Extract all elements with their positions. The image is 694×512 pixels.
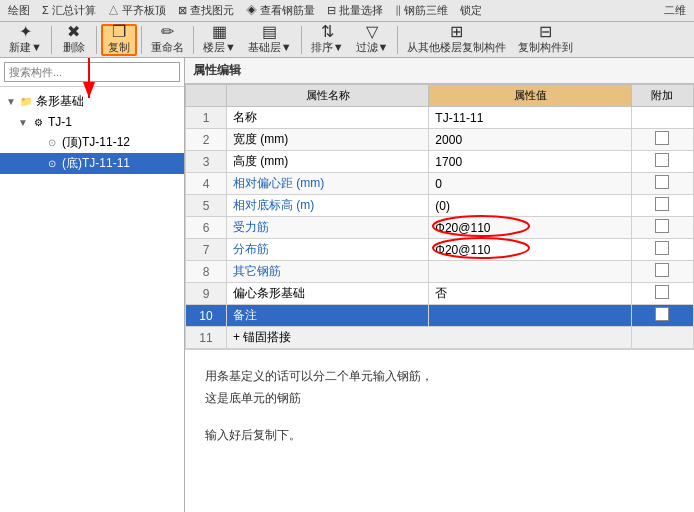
checkbox[interactable] bbox=[655, 241, 669, 255]
row-extra bbox=[631, 217, 693, 239]
row-value[interactable]: 0 bbox=[429, 173, 631, 195]
table-row: 10 备注 bbox=[186, 305, 694, 327]
copy-label: 复制 bbox=[108, 40, 130, 55]
row-extra bbox=[631, 129, 693, 151]
base-layer-icon: ▤ bbox=[262, 24, 277, 40]
separator-3 bbox=[141, 26, 142, 54]
tree-leaf-top[interactable]: ⊙ (顶)TJ-11-12 bbox=[0, 132, 184, 153]
row-num: 7 bbox=[186, 239, 227, 261]
row-value[interactable] bbox=[429, 305, 631, 327]
copy-icon: ❐ bbox=[112, 24, 126, 40]
rebar-value-6: Φ20@110 bbox=[435, 221, 490, 235]
row-num: 10 bbox=[186, 305, 227, 327]
row-name: 相对底标高 (m) bbox=[227, 195, 429, 217]
tree-leaf-top-label: (顶)TJ-11-12 bbox=[62, 134, 130, 151]
col-extra: 附加 bbox=[631, 85, 693, 107]
checkbox[interactable] bbox=[655, 197, 669, 211]
tree-node-tj1[interactable]: ▼ ⚙ TJ-1 bbox=[0, 112, 184, 132]
menu-align[interactable]: △ 平齐板顶 bbox=[104, 2, 170, 19]
row-value[interactable] bbox=[429, 261, 631, 283]
row-name: 备注 bbox=[227, 305, 429, 327]
checkbox[interactable] bbox=[655, 263, 669, 277]
row-num: 3 bbox=[186, 151, 227, 173]
delete-button[interactable]: ✖ 删除 bbox=[56, 24, 92, 56]
menu-batch-select[interactable]: ⊟ 批量选择 bbox=[323, 2, 387, 19]
menu-summary[interactable]: Σ 汇总计算 bbox=[38, 2, 100, 19]
rename-icon: ✏ bbox=[161, 24, 174, 40]
search-input[interactable] bbox=[4, 62, 180, 82]
table-row-expand[interactable]: 11 + 锚固搭接 bbox=[186, 327, 694, 349]
main-toolbar: ✦ 新建▼ ✖ 删除 ❐ 复制 ✏ 重命名 ▦ 楼层▼ ▤ 基础层▼ ⇅ bbox=[0, 22, 694, 58]
row-name: 偏心条形基础 bbox=[227, 283, 429, 305]
table-row: 2 宽度 (mm) 2000 bbox=[186, 129, 694, 151]
bottom-text-line2: 这是底单元的钢筋 bbox=[205, 388, 674, 410]
table-row: 9 偏心条形基础 否 bbox=[186, 283, 694, 305]
top-toolbar: 绘图 Σ 汇总计算 △ 平齐板顶 ⊠ 查找图元 ◈ 查看钢筋量 ⊟ 批量选择 ∥… bbox=[0, 0, 694, 22]
new-button[interactable]: ✦ 新建▼ bbox=[4, 24, 47, 56]
rebar-value-7: Φ20@110 bbox=[435, 243, 490, 257]
expand-icon: ▼ bbox=[4, 96, 18, 107]
delete-icon: ✖ bbox=[67, 24, 80, 40]
tree-leaf-bottom[interactable]: ⊙ (底)TJ-11-11 bbox=[0, 153, 184, 174]
row-num: 2 bbox=[186, 129, 227, 151]
base-layer-button[interactable]: ▤ 基础层▼ bbox=[243, 24, 297, 56]
row-value[interactable]: 2000 bbox=[429, 129, 631, 151]
row-num: 9 bbox=[186, 283, 227, 305]
tree-root[interactable]: ▼ 📁 条形基础 bbox=[0, 91, 184, 112]
copy-to-label: 复制构件到 bbox=[518, 40, 573, 55]
filter-label: 过滤▼ bbox=[356, 40, 389, 55]
menu-draw[interactable]: 绘图 bbox=[4, 2, 34, 19]
copy-to-icon: ⊟ bbox=[539, 24, 552, 40]
row-value[interactable]: Φ20@110 bbox=[429, 217, 631, 239]
row-value[interactable]: Φ20@110 bbox=[429, 239, 631, 261]
separator-5 bbox=[301, 26, 302, 54]
menu-find[interactable]: ⊠ 查找图元 bbox=[174, 2, 238, 19]
table-row: 3 高度 (mm) 1700 bbox=[186, 151, 694, 173]
sort-button[interactable]: ⇅ 排序▼ bbox=[306, 24, 349, 56]
property-editor-header: 属性编辑 bbox=[185, 58, 694, 84]
checkbox[interactable] bbox=[655, 219, 669, 233]
row-value[interactable]: 否 bbox=[429, 283, 631, 305]
checkbox[interactable] bbox=[655, 153, 669, 167]
col-value: 属性值 bbox=[429, 85, 631, 107]
folder-icon: 📁 bbox=[18, 94, 34, 110]
copy-to-button[interactable]: ⊟ 复制构件到 bbox=[513, 24, 578, 56]
checkbox[interactable] bbox=[655, 131, 669, 145]
row-name: 高度 (mm) bbox=[227, 151, 429, 173]
row-extra bbox=[631, 305, 693, 327]
rename-button[interactable]: ✏ 重命名 bbox=[146, 24, 189, 56]
row-extra bbox=[631, 195, 693, 217]
checkbox[interactable] bbox=[655, 285, 669, 299]
row-value[interactable]: 1700 bbox=[429, 151, 631, 173]
menu-rebar-3d[interactable]: ∥ 钢筋三维 bbox=[391, 2, 452, 19]
separator-2 bbox=[96, 26, 97, 54]
row-num: 11 bbox=[186, 327, 227, 349]
delete-label: 删除 bbox=[63, 40, 85, 55]
row-extra bbox=[631, 107, 693, 129]
floor-button[interactable]: ▦ 楼层▼ bbox=[198, 24, 241, 56]
bottom-text-line4: 输入好后复制下。 bbox=[205, 425, 674, 447]
row-value[interactable]: (0) bbox=[429, 195, 631, 217]
rename-label: 重命名 bbox=[151, 40, 184, 55]
menu-view-rebar[interactable]: ◈ 查看钢筋量 bbox=[242, 2, 319, 19]
menu-2d[interactable]: 二维 bbox=[660, 2, 690, 19]
copy-button[interactable]: ❐ 复制 bbox=[101, 24, 137, 56]
checkbox[interactable] bbox=[655, 175, 669, 189]
menu-lock[interactable]: 锁定 bbox=[456, 2, 486, 19]
from-other-icon: ⊞ bbox=[450, 24, 463, 40]
separator-4 bbox=[193, 26, 194, 54]
table-row: 4 相对偏心距 (mm) 0 bbox=[186, 173, 694, 195]
base-layer-label: 基础层▼ bbox=[248, 40, 292, 55]
col-name: 属性名称 bbox=[227, 85, 429, 107]
sort-icon: ⇅ bbox=[321, 24, 334, 40]
search-box bbox=[0, 58, 184, 87]
filter-button[interactable]: ▽ 过滤▼ bbox=[351, 24, 394, 56]
checkbox[interactable] bbox=[655, 307, 669, 321]
row-value[interactable]: TJ-11-11 bbox=[429, 107, 631, 129]
separator-6 bbox=[397, 26, 398, 54]
row-name: 名称 bbox=[227, 107, 429, 129]
property-table: 属性名称 属性值 附加 1 名称 TJ-11-11 2 bbox=[185, 84, 694, 349]
row-extra bbox=[631, 261, 693, 283]
bottom-text-line3 bbox=[205, 409, 674, 425]
from-other-button[interactable]: ⊞ 从其他楼层复制构件 bbox=[402, 24, 511, 56]
